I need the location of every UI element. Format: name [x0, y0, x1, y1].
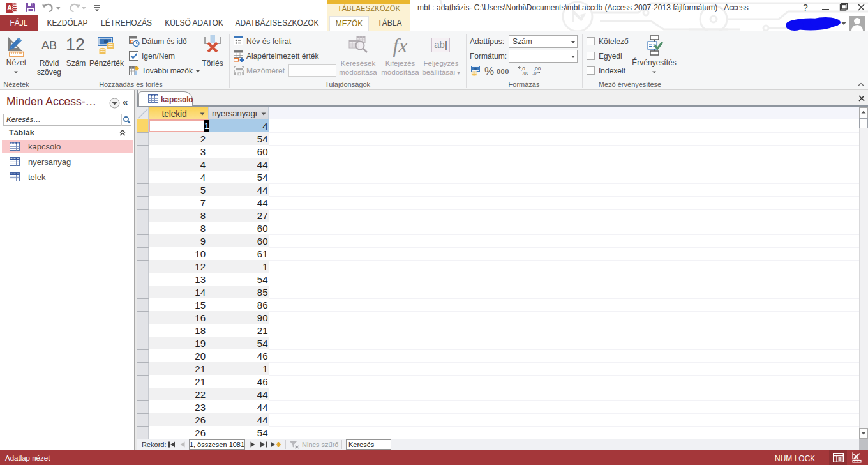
svg-text:?: ? — [803, 3, 808, 13]
svg-text:,00: ,00 — [522, 70, 528, 75]
svg-text:A: A — [7, 4, 12, 11]
svg-text:,0: ,0 — [532, 70, 537, 75]
